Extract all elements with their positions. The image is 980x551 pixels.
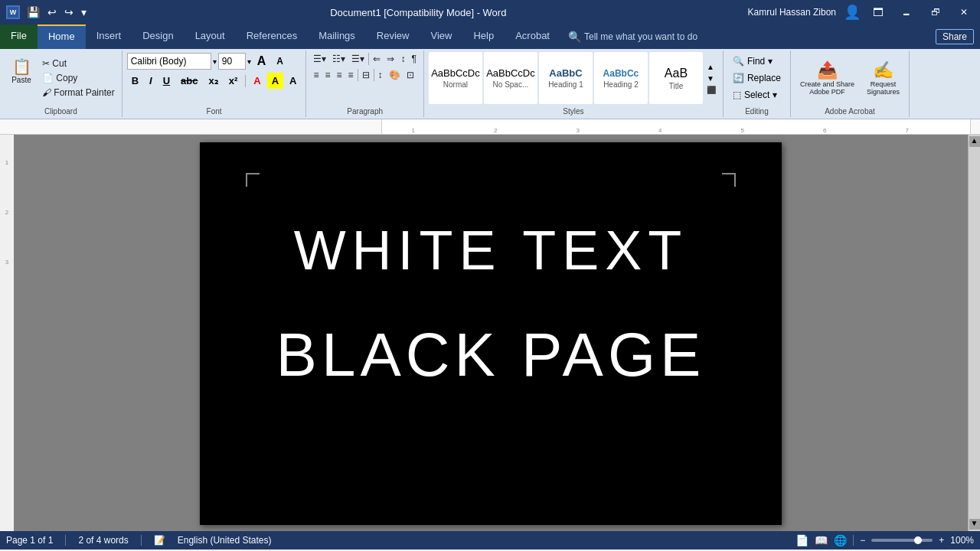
editing-label: Editing <box>745 106 769 116</box>
underline-button[interactable]: U <box>158 73 175 89</box>
tab-help[interactable]: Help <box>462 24 505 49</box>
search-box[interactable]: Tell me what you want to do <box>584 31 697 42</box>
styles-scroll-down[interactable]: ▼ <box>704 73 718 83</box>
ruler: 1 2 3 4 5 6 7 <box>0 119 980 135</box>
close-button[interactable]: ✕ <box>954 5 974 19</box>
language[interactable]: English (United States) <box>178 535 272 546</box>
style-heading1[interactable]: AaBbC Heading 1 <box>539 52 593 104</box>
cut-button[interactable]: ✂ Cut <box>40 57 117 70</box>
create-share-pdf-button[interactable]: 📤 Create and ShareAdobe PDF <box>795 57 859 99</box>
group-adobe: 📤 Create and ShareAdobe PDF ✍ RequestSig… <box>791 51 910 117</box>
paste-button[interactable]: 📋 Paste <box>5 57 38 99</box>
statusbar-right: 📄 📖 🌐 − + 100% <box>795 534 974 546</box>
style-heading2[interactable]: AaBbCc Heading 2 <box>594 52 648 104</box>
save-button[interactable]: 💾 <box>24 5 42 20</box>
tab-design[interactable]: Design <box>132 24 184 49</box>
superscript-button[interactable]: x² <box>224 73 243 89</box>
select-dropdown[interactable]: ▾ <box>773 90 777 100</box>
request-signatures-button[interactable]: ✍ RequestSignatures <box>862 57 904 99</box>
increase-indent-button[interactable]: ⇒ <box>384 52 397 66</box>
font-size-dropdown[interactable]: ▾ <box>247 57 251 66</box>
group-font: ▾ ▾ A A B I U abc x₂ x² A A A <box>122 51 307 117</box>
view-reading-button[interactable]: 📖 <box>815 534 828 546</box>
undo-button[interactable]: ↩ <box>45 5 59 20</box>
tab-home[interactable]: Home <box>38 24 86 49</box>
zoom-in-button[interactable]: + <box>939 535 944 546</box>
find-dropdown[interactable]: ▾ <box>768 56 773 67</box>
scroll-up-button[interactable]: ▲ <box>969 136 980 147</box>
titlebar-right: Kamrul Hassan Zibon 👤 🗖 🗕 🗗 ✕ <box>748 4 974 21</box>
adobe-sign-icon: ✍ <box>873 60 893 80</box>
font-color-button[interactable]: A <box>249 73 265 89</box>
multilevel-button[interactable]: ☰▾ <box>349 52 367 66</box>
scroll-down-button[interactable]: ▼ <box>969 519 980 530</box>
user-avatar[interactable]: 👤 <box>844 4 861 21</box>
char-shading-button[interactable]: A <box>285 73 301 89</box>
line-spacing-button[interactable]: ↕ <box>376 68 385 82</box>
strikethrough-button[interactable]: abc <box>176 73 202 89</box>
tab-view[interactable]: View <box>420 24 462 49</box>
styles-scroll-up[interactable]: ▲ <box>704 62 718 72</box>
show-marks-button[interactable]: ¶ <box>409 52 418 66</box>
tab-insert[interactable]: Insert <box>86 24 132 49</box>
italic-button[interactable]: I <box>145 73 157 89</box>
bold-button[interactable]: B <box>127 73 143 89</box>
view-web-button[interactable]: 🌐 <box>834 534 847 546</box>
document-scroll-area[interactable]: WHITE TEXT BLACK PAGE <box>14 135 968 531</box>
justify-button[interactable]: ≡ <box>346 68 356 82</box>
find-icon: 🔍 <box>733 56 744 67</box>
view-normal-button[interactable]: 📄 <box>795 534 808 546</box>
subscript-button[interactable]: x₂ <box>204 73 223 89</box>
font-size-input[interactable] <box>218 53 246 70</box>
style-normal[interactable]: AaBbCcDc Normal <box>429 52 482 104</box>
proofing-icon[interactable]: 📝 <box>154 535 165 546</box>
styles-scroll-buttons: ▲ ▼ ⬛ <box>704 62 718 95</box>
decrease-indent-button[interactable]: ⇐ <box>371 52 383 66</box>
document-text-line1[interactable]: WHITE TEXT <box>294 219 688 282</box>
align-left-button[interactable]: ≡ <box>311 68 321 82</box>
zoom-slider[interactable] <box>871 539 933 542</box>
tab-mailings[interactable]: Mailings <box>308 24 366 49</box>
font-name-input[interactable] <box>127 53 211 70</box>
columns-button[interactable]: ⊟ <box>360 68 372 82</box>
style-no-spacing[interactable]: AaBbCcDc No Spac... <box>484 52 537 104</box>
align-center-button[interactable]: ≡ <box>323 68 333 82</box>
font-shrink-button[interactable]: A <box>272 54 288 69</box>
layout-button[interactable]: 🗖 <box>868 5 888 20</box>
zoom-thumb <box>914 536 922 544</box>
document-text-line2[interactable]: BLACK PAGE <box>276 320 706 390</box>
copy-button[interactable]: 📄 Copy <box>40 71 117 85</box>
tab-file[interactable]: File <box>0 24 38 49</box>
replace-button[interactable]: 🔄 Replace <box>728 71 786 85</box>
redo-button[interactable]: ↪ <box>62 5 76 20</box>
zoom-out-button[interactable]: − <box>860 535 865 546</box>
ribbon-content: 📋 Paste ✂ Cut 📄 Copy 🖌 Format Painter Cl… <box>0 49 980 119</box>
window-title: Document1 [Compatibility Mode] - Word <box>89 7 748 18</box>
share-button[interactable]: Share <box>936 29 974 44</box>
align-right-button[interactable]: ≡ <box>335 68 345 82</box>
numbering-button[interactable]: ☷▾ <box>330 52 348 66</box>
tab-acrobat[interactable]: Acrobat <box>505 24 560 49</box>
tab-references[interactable]: References <box>236 24 308 49</box>
styles-expand[interactable]: ⬛ <box>704 85 718 95</box>
highlight-button[interactable]: A <box>267 73 283 89</box>
word-icon: W <box>6 5 20 19</box>
bullets-button[interactable]: ☰▾ <box>311 52 328 66</box>
tab-review[interactable]: Review <box>366 24 420 49</box>
titlebar-left: W 💾 ↩ ↪ ▾ <box>6 5 89 20</box>
find-button[interactable]: 🔍 Find ▾ <box>728 54 786 68</box>
font-name-dropdown[interactable]: ▾ <box>213 57 217 66</box>
font-grow-button[interactable]: A <box>253 52 271 70</box>
style-title[interactable]: AaB Title <box>649 52 703 104</box>
vertical-scrollbar[interactable]: ▲ ▼ <box>968 135 980 531</box>
format-painter-button[interactable]: 🖌 Format Painter <box>40 86 117 99</box>
shading-button[interactable]: 🎨 <box>387 68 403 82</box>
qat-dropdown[interactable]: ▾ <box>79 5 89 20</box>
borders-button[interactable]: ⊡ <box>404 68 416 82</box>
restore-button[interactable]: 🗗 <box>925 5 946 19</box>
tab-layout[interactable]: Layout <box>185 24 236 49</box>
minimize-button[interactable]: 🗕 <box>896 5 917 19</box>
document-page[interactable]: WHITE TEXT BLACK PAGE <box>200 142 782 525</box>
sort-button[interactable]: ↕ <box>398 52 407 66</box>
select-button[interactable]: ⬚ Select ▾ <box>728 88 786 102</box>
